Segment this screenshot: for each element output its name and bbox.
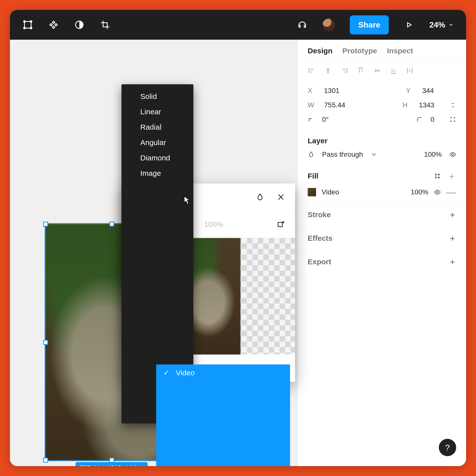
present-play-icon[interactable] [404,19,415,30]
mask-icon[interactable] [74,19,85,30]
fill-type-dropdown: Solid Linear Radial Angular Diamond Imag… [121,84,193,423]
align-hcenter-icon[interactable] [324,67,332,75]
svg-point-10 [435,177,437,178]
layer-section: Layer Pass through 100% [298,130,466,165]
label-y: Y [406,87,415,95]
components-icon[interactable] [48,19,59,30]
add-effect-icon[interactable]: ＋ [449,235,456,242]
resize-handle-bl[interactable] [43,458,48,463]
rotate-image-icon[interactable] [277,220,285,229]
frame-tool-icon[interactable] [22,19,33,30]
value-x[interactable]: 1301 [324,87,339,95]
svg-point-3 [24,27,25,29]
resize-handle-tl[interactable] [43,222,48,227]
resize-handle-l[interactable] [43,340,48,345]
effects-title: Effects [308,234,332,242]
eye-icon[interactable] [434,189,441,196]
value-w[interactable]: 755.44 [324,101,345,109]
fill-popover-opacity[interactable]: 100% [204,220,223,229]
canvas[interactable]: 755.44 × 1343 · Video Fill 100% [10,40,298,466]
value-y[interactable]: 344 [422,87,434,95]
fill-type-option-angular[interactable]: Angular [121,135,193,150]
chevron-down-icon [448,22,454,28]
svg-point-8 [435,174,437,175]
distribute-icon[interactable] [406,67,414,75]
tab-prototype[interactable]: Prototype [342,47,377,55]
fill-thumbnail[interactable] [308,188,316,196]
svg-point-4 [30,27,32,29]
label-x: X [308,87,317,95]
resize-handle-b[interactable] [109,458,114,463]
align-bottom-icon[interactable] [389,67,397,75]
tab-design[interactable]: Design [308,47,332,55]
svg-rect-0 [25,22,31,28]
svg-point-9 [438,174,440,175]
link-dimensions-icon[interactable] [449,102,456,109]
blend-drop-icon[interactable] [308,151,315,158]
zoom-select[interactable]: 24% [429,20,454,30]
svg-point-11 [438,177,440,178]
chevron-down-icon [370,151,377,158]
fill-type-option-video[interactable]: Video [156,364,290,466]
export-section[interactable]: Export ＋ [298,250,466,274]
top-toolbar: Share 24% [10,10,466,40]
effects-section[interactable]: Effects ＋ [298,227,466,250]
align-vcenter-icon[interactable] [373,67,381,75]
blend-mode[interactable]: Pass through [322,150,363,158]
help-button[interactable]: ? [439,439,456,456]
align-right-icon[interactable] [340,67,348,75]
align-top-icon[interactable] [357,67,365,75]
fill-type-option-diamond[interactable]: Diamond [121,150,193,166]
alignment-row [298,61,466,80]
style-grid-icon[interactable] [434,173,441,179]
layer-opacity[interactable]: 100% [424,150,442,158]
selection-size-badge: 755.44 × 1343 · Video [76,462,148,466]
blend-drop-icon[interactable] [256,193,264,201]
resize-handle-t[interactable] [109,222,114,227]
svg-point-7 [452,154,454,155]
transform-section: X 1301 Y 344 W 755.44 H 1343 [298,80,466,130]
app-window: Share 24% 755.44 × 1343 · Video [10,10,466,466]
headphones-icon[interactable] [297,19,308,30]
zoom-value: 24% [429,20,445,30]
label-w: W [308,101,317,109]
svg-point-2 [30,21,32,22]
panel-tabs: Design Prototype Inspect [298,40,466,61]
properties-panel: Design Prototype Inspect X 1301 Y [298,40,466,466]
fill-type-option-image[interactable]: Image [121,166,193,181]
crop-icon[interactable] [100,19,111,30]
svg-point-12 [437,191,438,193]
export-title: Export [308,258,331,266]
fill-title: Fill [308,172,318,180]
eye-icon[interactable] [449,151,456,158]
layer-title: Layer [308,137,456,145]
independent-corners-icon[interactable] [449,116,456,123]
value-rotation[interactable]: 0° [322,116,329,123]
add-fill-icon[interactable]: ＋ [447,172,456,180]
tab-inspect[interactable]: Inspect [387,47,413,55]
svg-point-1 [24,21,25,22]
main-area: 755.44 × 1343 · Video Fill 100% [10,40,466,466]
value-corner[interactable]: 0 [430,116,434,123]
add-stroke-icon[interactable]: ＋ [449,211,456,218]
fill-type-option-solid[interactable]: Solid [121,89,193,104]
fill-opacity[interactable]: 100% [411,188,428,196]
fill-type-option-radial[interactable]: Radial [121,119,193,135]
stroke-section[interactable]: Stroke ＋ [298,203,466,227]
fill-type-option-linear[interactable]: Linear [121,104,193,119]
value-h[interactable]: 1343 [419,101,434,109]
close-icon[interactable] [277,193,285,201]
share-button[interactable]: Share [350,15,389,34]
corner-radius-icon [416,116,423,123]
rotation-icon [308,116,315,123]
user-avatar[interactable] [323,19,335,31]
remove-fill-icon[interactable]: — [446,190,456,194]
svg-rect-6 [278,222,282,227]
fill-row[interactable]: Video 100% — [298,184,466,203]
add-export-icon[interactable]: ＋ [449,258,456,266]
fill-type: Video [322,188,339,196]
label-h: H [403,101,412,109]
stroke-title: Stroke [308,210,331,219]
fill-section-head: Fill ＋ [298,165,466,184]
align-left-icon[interactable] [308,67,316,75]
